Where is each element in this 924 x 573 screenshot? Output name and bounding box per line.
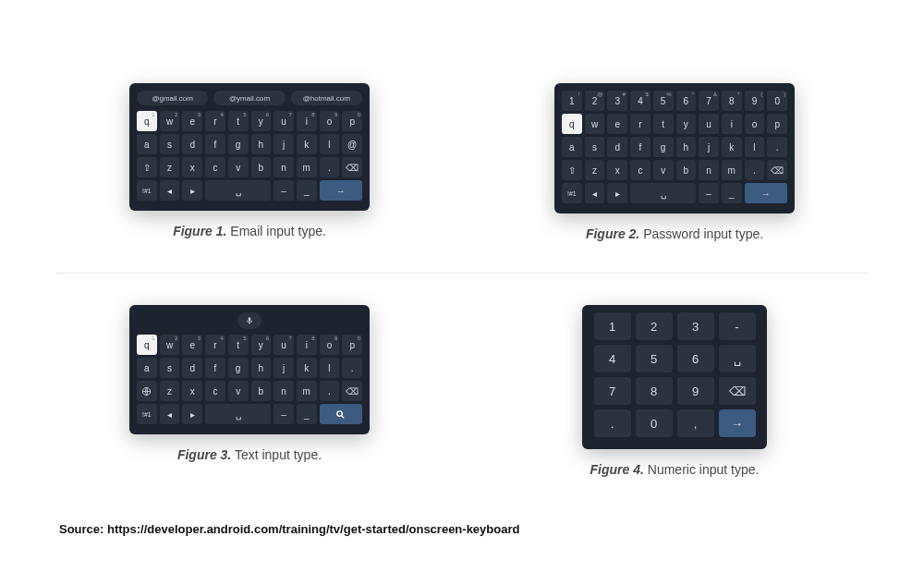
key-mode[interactable]: !#1 (137, 404, 157, 424)
key-v[interactable]: v (228, 381, 249, 401)
key-a[interactable]: a (137, 358, 157, 378)
key-v[interactable]: v (653, 160, 674, 180)
key-b[interactable]: b (251, 381, 272, 401)
numkey-1[interactable]: 1 (594, 312, 631, 340)
key-backspace[interactable]: ⌫ (767, 160, 787, 180)
key-f[interactable]: f (630, 137, 650, 157)
key-enter[interactable]: → (745, 183, 787, 203)
key-k[interactable]: k (722, 137, 742, 157)
key-1[interactable]: 1! (562, 91, 582, 111)
key-z[interactable]: z (160, 157, 180, 177)
key-9[interactable]: 9( (745, 91, 765, 111)
key-space[interactable]: ␣ (205, 180, 271, 201)
key-h[interactable]: h (251, 358, 272, 378)
key-m[interactable]: m (297, 157, 317, 177)
key-x[interactable]: x (182, 157, 202, 177)
key-y[interactable]: y6 (251, 335, 272, 355)
key-dash[interactable]: – (274, 404, 294, 424)
key-period[interactable]: . (745, 160, 765, 180)
key-j[interactable]: j (274, 134, 294, 154)
key-5[interactable]: 5% (653, 91, 674, 111)
numkey-0[interactable]: 0 (636, 409, 673, 437)
key-shift[interactable]: ⇧ (137, 157, 157, 177)
key-e[interactable]: e3 (182, 111, 202, 131)
key-backspace[interactable]: ⌫ (342, 381, 362, 401)
key-c[interactable]: c (205, 157, 225, 177)
key-d[interactable]: d (182, 134, 202, 154)
key-x[interactable]: x (182, 381, 202, 401)
key-dash[interactable]: – (274, 180, 294, 201)
key-g[interactable]: g (228, 134, 249, 154)
key-p[interactable]: p0 (342, 335, 362, 355)
numkey-7[interactable]: 7 (594, 377, 631, 405)
numkey-8[interactable]: 8 (636, 377, 673, 405)
key-x[interactable]: x (607, 160, 627, 180)
key-at[interactable]: @ (342, 134, 362, 154)
key-enter[interactable]: → (320, 180, 362, 201)
key-o[interactable]: o (745, 114, 765, 134)
key-a[interactable]: a (137, 134, 157, 154)
numkey-backspace[interactable]: ⌫ (719, 377, 756, 405)
key-k[interactable]: k (297, 358, 317, 378)
key-c[interactable]: c (630, 160, 650, 180)
key-right[interactable]: ▸ (607, 183, 627, 203)
key-n[interactable]: n (699, 160, 719, 180)
suggestion-pill[interactable]: @hotmail.com (291, 91, 362, 105)
key-underscore[interactable]: _ (722, 183, 742, 203)
key-period[interactable]: . (320, 381, 340, 401)
numkey-enter[interactable]: → (719, 409, 756, 437)
key-l[interactable]: l (745, 137, 765, 157)
key-7[interactable]: 7& (699, 91, 719, 111)
key-h[interactable]: h (251, 134, 272, 154)
key-i[interactable]: i (722, 114, 742, 134)
key-left[interactable]: ◂ (585, 183, 605, 203)
key-q[interactable]: q (562, 114, 582, 134)
key-q[interactable]: q1 (137, 111, 157, 131)
key-space[interactable]: ␣ (205, 404, 271, 424)
key-shift[interactable]: ⇧ (562, 160, 582, 180)
key-d[interactable]: d (182, 358, 202, 378)
key-s[interactable]: s (160, 134, 180, 154)
key-mode[interactable]: !#1 (137, 180, 157, 201)
numkey-5[interactable]: 5 (636, 345, 673, 372)
key-period[interactable]: . (320, 157, 340, 177)
key-t[interactable]: t5 (228, 335, 249, 355)
key-left[interactable]: ◂ (160, 180, 180, 201)
numkey-2[interactable]: 2 (636, 312, 673, 340)
key-w[interactable]: w (585, 114, 605, 134)
numkey-6[interactable]: 6 (677, 345, 714, 372)
key-dash[interactable]: – (699, 183, 719, 203)
key-b[interactable]: b (251, 157, 272, 177)
key-g[interactable]: g (653, 137, 674, 157)
key-period[interactable]: . (767, 137, 787, 157)
key-m[interactable]: m (722, 160, 742, 180)
key-w[interactable]: w2 (160, 335, 180, 355)
key-j[interactable]: j (699, 137, 719, 157)
key-a[interactable]: a (562, 137, 582, 157)
key-l[interactable]: l (320, 134, 340, 154)
numkey-space[interactable]: ␣ (719, 345, 756, 372)
key-i[interactable]: i8 (297, 111, 317, 131)
key-p[interactable]: p (767, 114, 787, 134)
key-left[interactable]: ◂ (160, 404, 180, 424)
key-m[interactable]: m (297, 381, 317, 401)
key-underscore[interactable]: _ (297, 180, 317, 201)
numkey-9[interactable]: 9 (677, 377, 714, 405)
key-d[interactable]: d (607, 137, 627, 157)
key-y[interactable]: y (676, 114, 697, 134)
key-k[interactable]: k (297, 134, 317, 154)
key-2[interactable]: 2@ (585, 91, 605, 111)
key-mode[interactable]: !#1 (562, 183, 582, 203)
key-3[interactable]: 3# (607, 91, 627, 111)
key-t[interactable]: t (653, 114, 674, 134)
key-t[interactable]: t5 (228, 111, 249, 131)
key-e[interactable]: e3 (182, 335, 202, 355)
key-v[interactable]: v (228, 157, 249, 177)
key-f[interactable]: f (205, 134, 225, 154)
key-i[interactable]: i8 (297, 335, 317, 355)
key-search[interactable] (320, 404, 362, 424)
key-u[interactable]: u7 (274, 335, 294, 355)
key-space[interactable]: ␣ (630, 183, 696, 203)
key-period[interactable]: . (342, 358, 362, 378)
key-4[interactable]: 4$ (630, 91, 650, 111)
